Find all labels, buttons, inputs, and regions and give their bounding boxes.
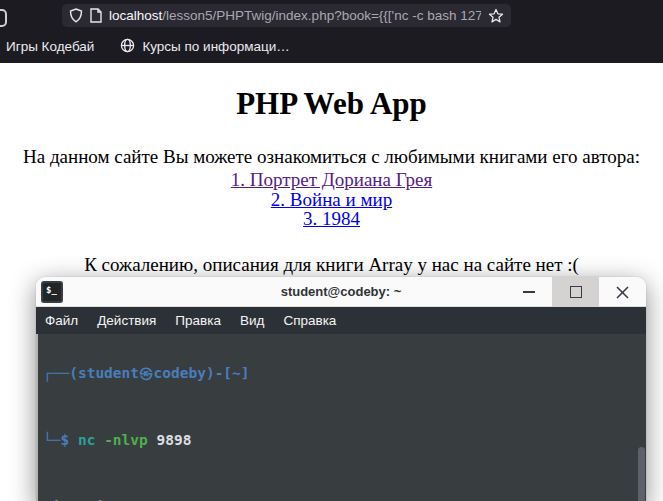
intro-text: На данном сайте Вы можете ознакомиться с… — [0, 146, 663, 168]
web-page-content: PHP Web App На данном сайте Вы можете оз… — [0, 86, 663, 276]
browser-chrome: localhost/lesson5/PHPTwig/index.php?book… — [0, 0, 663, 63]
command-name: nc — [69, 432, 95, 448]
terminal-titlebar[interactable]: $_ student@codeby: ~ — [36, 277, 646, 307]
maximize-button[interactable] — [552, 277, 599, 307]
bookmark-label: Игры Кодебай — [6, 39, 94, 54]
window-controls — [505, 277, 646, 307]
no-description-message: К сожалению, описания для книги Array у … — [0, 254, 663, 276]
minimize-button[interactable] — [505, 277, 552, 307]
bookmark-star-icon[interactable] — [488, 8, 504, 24]
clipped-toolbar-icon — [0, 9, 7, 27]
terminal-line: listening on [any] 9898 ... — [43, 496, 646, 501]
minimize-icon — [523, 291, 535, 293]
maximize-icon — [570, 286, 582, 298]
book-link-list: 1. Портрет Дориана Грея 2. Война и мир 3… — [0, 170, 663, 229]
terminal-scrollbar-thumb[interactable] — [638, 447, 645, 501]
close-button[interactable] — [599, 277, 646, 307]
bookmark-label: Курсы по информаци… — [142, 39, 289, 54]
close-icon — [616, 286, 629, 299]
terminal-prompt-line: └─$ nc -nlvp 9898 — [43, 429, 646, 451]
terminal-output[interactable]: ┌──(student㉿codeby)-[~] └─$ nc -nlvp 989… — [36, 334, 646, 501]
book-link-3[interactable]: 3. 1984 — [0, 209, 663, 229]
page-title: PHP Web App — [0, 86, 663, 122]
url-host: localhost — [109, 8, 162, 23]
url-bar[interactable]: localhost/lesson5/PHPTwig/index.php?book… — [62, 4, 511, 27]
terminal-window: $_ student@codeby: ~ Файл Действия Правк… — [36, 277, 646, 501]
book-link-1[interactable]: 1. Портрет Дориана Грея — [0, 170, 663, 190]
bookmarks-bar: Игры Кодебай Курсы по информаци… — [0, 30, 663, 63]
menu-actions[interactable]: Действия — [97, 313, 156, 328]
book-link-2[interactable]: 2. Война и мир — [0, 190, 663, 210]
page-info-icon[interactable] — [90, 8, 102, 23]
menu-edit[interactable]: Правка — [175, 313, 221, 328]
menu-view[interactable]: Вид — [240, 313, 264, 328]
browser-toolbar: localhost/lesson5/PHPTwig/index.php?book… — [0, 0, 663, 30]
shell-prompt: └─$ — [43, 432, 69, 448]
bookmark-item-courses[interactable]: Курсы по информаци… — [120, 38, 289, 56]
terminal-menubar: Файл Действия Правка Вид Справка — [36, 307, 646, 334]
terminal-line-clipped: ┌──(student㉿codeby)-[~] — [43, 362, 646, 384]
bookmark-item-kodebai[interactable]: Игры Кодебай — [6, 39, 94, 54]
menu-help[interactable]: Справка — [283, 313, 336, 328]
command-args: -nlvp — [95, 432, 147, 448]
menu-file[interactable]: Файл — [45, 313, 78, 328]
globe-icon — [120, 38, 135, 56]
shield-icon[interactable] — [69, 8, 83, 23]
url-path: /lesson5/PHPTwig/index.php?book={{['nc -… — [162, 8, 481, 23]
command-port: 9898 — [148, 432, 192, 448]
url-text[interactable]: localhost/lesson5/PHPTwig/index.php?book… — [109, 8, 481, 23]
